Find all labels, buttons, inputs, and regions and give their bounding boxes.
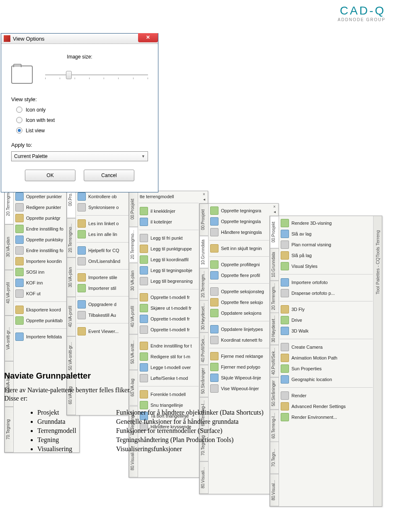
palette-tab[interactable]: 40.VA-profil	[67, 297, 76, 336]
palette-item[interactable]: Slå på lag	[280, 250, 373, 261]
palette-tab[interactable]: 40.VA-profil	[129, 299, 138, 334]
palette-item[interactable]: Advanced Render Settings	[280, 401, 373, 412]
palette-tab[interactable]: 10.Grunndata	[270, 248, 279, 281]
palette-tab[interactable]: 30.Høydeset...	[199, 300, 209, 333]
palette-item[interactable]: Importerer stil	[77, 283, 129, 294]
palette-item[interactable]: Opprette t-modell fr	[139, 324, 199, 335]
palette-item[interactable]: Oppretter punkter	[15, 191, 70, 202]
palette-tab[interactable]: 20.Terrengm...	[270, 281, 279, 313]
palette-item[interactable]: Drive	[280, 315, 373, 326]
dialog-titlebar[interactable]: View Options ✕	[1, 34, 158, 44]
palette-item[interactable]: Les inn linket o	[77, 218, 129, 229]
palette-item[interactable]: Importere koordin	[15, 256, 70, 267]
palette-item[interactable]: Event Viewer...	[77, 326, 129, 337]
palette-item[interactable]: il kotelinjer	[139, 216, 199, 227]
palette-item[interactable]: Render	[280, 390, 373, 401]
palette-item[interactable]: Eksportere koord	[15, 304, 70, 315]
palette-item[interactable]: Endre innstilling for t	[139, 340, 199, 351]
palette-tab[interactable]: 40.VA-profil	[5, 270, 14, 316]
apply-to-combo[interactable]: Current Palette	[11, 151, 148, 161]
palette-item[interactable]: Kontrollere ob	[77, 191, 129, 202]
palette-tab[interactable]: 00.Prosjekt	[270, 216, 279, 248]
palette-tab[interactable]: 80.Visual...	[270, 474, 279, 506]
palette-tab[interactable]: 00.Prosjekt	[129, 191, 138, 227]
palette-tab[interactable]: 10.Grunndata	[199, 236, 209, 268]
palette-item[interactable]: Redigere stil for t-m	[139, 351, 199, 362]
palette-item[interactable]: Opprette flere seksjo	[209, 297, 269, 308]
palette-item[interactable]: Plan normal visning	[280, 239, 373, 250]
palette-item[interactable]: Sun Properties	[280, 363, 373, 374]
palette-item[interactable]: KOF ut	[15, 288, 70, 299]
palette-item[interactable]: Opprette t-modell fr	[139, 313, 199, 324]
palette-item[interactable]: Tilbakestill Au	[77, 310, 129, 321]
palette-item[interactable]: SOSI inn	[15, 267, 70, 277]
palette-tab[interactable]: 30.VA-plan	[5, 224, 14, 270]
palette-item[interactable]: Endre innstilling fo	[15, 223, 70, 234]
palette-tab[interactable]: 60.Terreng-I...	[270, 410, 279, 442]
palette-tab[interactable]: 00.Prosjekt	[199, 204, 209, 236]
palette-tab[interactable]: 50.VA-snitt-gr...	[67, 336, 76, 376]
palette-item[interactable]: Oppdatere linjetypes	[209, 324, 269, 335]
palette-close-icon[interactable]: ×◂	[272, 204, 277, 214]
palette-item[interactable]: Skjære ut t-modell fr	[139, 303, 199, 313]
palette-tab[interactable]: 50.Skråninger	[270, 377, 279, 410]
palette-item[interactable]: Hjelpefil for CQ	[77, 245, 129, 256]
palette-item[interactable]: Opprette punktsky	[15, 234, 70, 245]
palette-item[interactable]: Opprette profiltegni	[209, 259, 269, 270]
palette-item[interactable]: Visual Styles	[280, 261, 373, 272]
palette-item[interactable]: Koordinat rutenett fo	[209, 335, 269, 345]
palette-item[interactable]: Importere feltdata	[15, 331, 70, 342]
palette-item[interactable]: Opprette t-modell fr	[139, 292, 199, 303]
palette-item[interactable]: Oppgradere d	[77, 299, 129, 310]
palette-item[interactable]: Oppdatere seksjons	[209, 308, 269, 318]
palette-item[interactable]: Importere stile	[77, 272, 129, 283]
palette-tab[interactable]: 40.Profil/Sek...	[199, 333, 209, 365]
palette-item[interactable]: Sett inn skjult tegnin	[209, 243, 269, 254]
cancel-button[interactable]: Cancel	[84, 170, 134, 181]
palette-tab[interactable]: 30 VA-plan	[129, 263, 138, 299]
palette-tab[interactable]: 30.VA-plan	[67, 257, 76, 297]
palette-item[interactable]: tte terrengmodell	[139, 193, 199, 200]
palette-tab[interactable]: 40.Profil/Sek...	[270, 345, 279, 377]
palette-item[interactable]: Om/Lisenshånd	[77, 256, 129, 267]
palette-item[interactable]: Render Environment...	[280, 412, 373, 423]
palette-item[interactable]: Create Camera	[280, 342, 373, 352]
palette-item[interactable]: Slå av lag	[280, 228, 373, 239]
palette-item[interactable]: il knekklinjer	[139, 206, 199, 216]
palette-item[interactable]: Fjerne med rektange	[209, 351, 269, 362]
palette-titlebar[interactable]: Tool Palettes - CQTools Terreng	[373, 216, 382, 506]
radio-icon-only[interactable]: Icon only	[16, 107, 148, 113]
palette-item[interactable]: Importere ortofoto	[280, 277, 373, 288]
palette-item[interactable]: Animation Motion Path	[280, 352, 373, 363]
radio-list-view[interactable]: List view	[16, 127, 148, 134]
palette-item[interactable]: Opprette punktgr	[15, 213, 70, 223]
palette-item[interactable]: 3D Fly	[280, 304, 373, 315]
palette-item[interactable]: KOF inn	[15, 277, 70, 288]
close-icon[interactable]: ✕	[138, 33, 158, 42]
palette-tab[interactable]: 30 Høydeset...	[270, 313, 279, 345]
palette-tab[interactable]: VA-snitt-gr...	[5, 316, 14, 361]
palette-item[interactable]: Opprette flere profil	[209, 270, 269, 281]
palette-item[interactable]: Opprette tegningsra	[209, 205, 269, 216]
palette-item[interactable]: Rendere 3D-visning	[280, 218, 373, 228]
image-size-slider[interactable]	[45, 74, 148, 75]
palette-item[interactable]: Legg til fri punkt	[139, 233, 199, 243]
palette-tab[interactable]: 80.Visuali...	[199, 462, 209, 494]
palette-item[interactable]: Legg til koordinatfil	[139, 254, 199, 265]
palette-item[interactable]: Legg til punktgruppe	[139, 243, 199, 254]
palette-tab[interactable]: 20.Terrengmo...	[67, 218, 76, 257]
palette-item[interactable]: Redigere punkter	[15, 202, 70, 213]
palette-item[interactable]: Legg til tegningsobje	[139, 265, 199, 276]
palette-item[interactable]: 3D Walk	[280, 326, 373, 336]
palette-item[interactable]: Opprette punkttab	[15, 315, 70, 326]
palette-item[interactable]: Endre innstilling fo	[15, 245, 70, 256]
palette-tab[interactable]: 50.VA-snitt...	[129, 334, 138, 370]
ok-button[interactable]: OK	[25, 170, 75, 181]
radio-icon-with-text[interactable]: Icon with text	[16, 117, 148, 123]
palette-item[interactable]: Håndtere tegningsla	[209, 227, 269, 238]
palette-item[interactable]: Legg till begrensning	[139, 276, 199, 287]
palette-item[interactable]: Synkronisere o	[77, 202, 129, 213]
palette-item[interactable]: Les inn alle lin	[77, 229, 129, 240]
palette-tab[interactable]: 20.Terrengm...	[199, 268, 209, 301]
palette-item[interactable]: Geographic location	[280, 374, 373, 385]
